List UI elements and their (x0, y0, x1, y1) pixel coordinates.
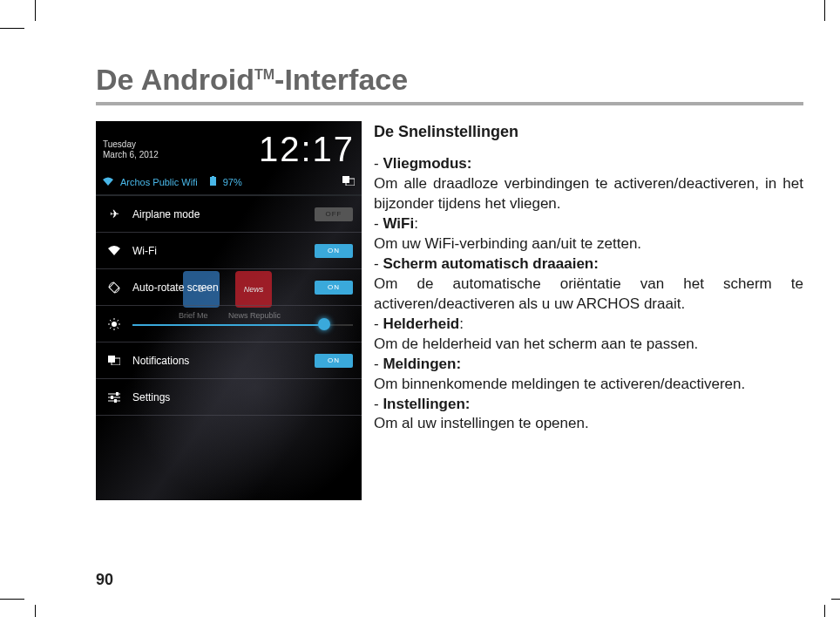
airplane-icon: ✈ (105, 207, 124, 220)
row-notifications[interactable]: Notifications ON (96, 342, 362, 379)
desc-line: - Vliegmodus: (374, 154, 803, 174)
desc-line: - Scherm automatisch draaaien: (374, 254, 803, 275)
svg-rect-2 (342, 176, 349, 183)
svg-line-10 (118, 327, 119, 329)
status-clock: 12:17 (259, 130, 355, 169)
toggle-notifications[interactable]: ON (315, 354, 353, 368)
desc-line: - WiFi: (374, 214, 803, 234)
notifications-icon (105, 356, 124, 365)
row-settings[interactable]: Settings (96, 379, 362, 416)
row-label: Notifications (124, 355, 315, 367)
row-label: Auto-rotate screen (124, 281, 315, 294)
row-label: Airplane mode (124, 208, 315, 220)
wifi-name: Archos Public Wifi (120, 177, 198, 187)
desc-text: Om uw WiFi-verbinding aan/uit te zetten. (374, 234, 803, 254)
android-screenshot: b News Brief Me News Republic Tuesday Ma… (96, 121, 362, 500)
desc-text: Om de automatische oriëntatie van het sc… (374, 275, 803, 315)
brightness-thumb[interactable] (318, 318, 330, 330)
page-number: 90 (96, 571, 113, 589)
svg-rect-17 (111, 396, 113, 399)
wifi-icon (103, 177, 113, 187)
title-tm: TM (254, 67, 274, 82)
row-rotate[interactable]: Auto-rotate screen ON (96, 269, 362, 306)
section-heading: De Snelinstellingen (374, 121, 803, 142)
desc-line: - Meldingen: (374, 355, 803, 375)
desc-text: Om alle draadloze verbindingen te active… (374, 174, 803, 214)
svg-line-11 (110, 327, 112, 329)
svg-rect-1 (212, 176, 214, 177)
toggle-rotate[interactable]: ON (315, 281, 353, 295)
desc-text: Om al uw instellingen te openen. (374, 414, 803, 434)
svg-rect-15 (116, 392, 119, 396)
row-airplane[interactable]: ✈ Airplane mode OFF (96, 196, 362, 233)
row-label: Wi-Fi (124, 245, 315, 257)
title-suffix: -Interface (274, 63, 408, 96)
page-title: De AndroidTM-Interface (96, 63, 803, 97)
svg-rect-19 (114, 399, 117, 403)
svg-line-9 (110, 320, 112, 322)
row-label: Settings (124, 391, 353, 403)
svg-rect-0 (210, 177, 216, 186)
title-prefix: De Android (96, 63, 254, 96)
toggle-wifi[interactable]: ON (315, 244, 353, 258)
battery-level: 97% (223, 177, 242, 187)
toggle-airplane[interactable]: OFF (315, 207, 353, 221)
rotate-icon (105, 281, 124, 294)
settings-icon (105, 392, 124, 403)
desc-line: - Helderheid: (374, 315, 803, 335)
svg-point-4 (112, 322, 117, 327)
row-wifi[interactable]: Wi-Fi ON (96, 233, 362, 269)
settings-shortcut-icon[interactable] (342, 176, 355, 187)
wifi-icon (105, 246, 124, 255)
battery-icon (210, 176, 216, 187)
description-column: De Snelinstellingen - Vliegmodus: Om all… (374, 121, 803, 500)
brightness-fill (132, 324, 324, 326)
desc-text: Om binnenkomende meldingen te activeren/… (374, 375, 803, 395)
row-brightness[interactable] (96, 306, 362, 342)
brightness-icon (105, 318, 124, 330)
title-rule (96, 102, 803, 105)
desc-line: - Instellingen: (374, 395, 803, 415)
desc-text: Om de helderheid van het scherm aan te p… (374, 335, 803, 355)
svg-line-12 (118, 320, 119, 322)
svg-rect-13 (108, 356, 115, 363)
status-date: Tuesday March 6, 2012 (103, 139, 159, 160)
